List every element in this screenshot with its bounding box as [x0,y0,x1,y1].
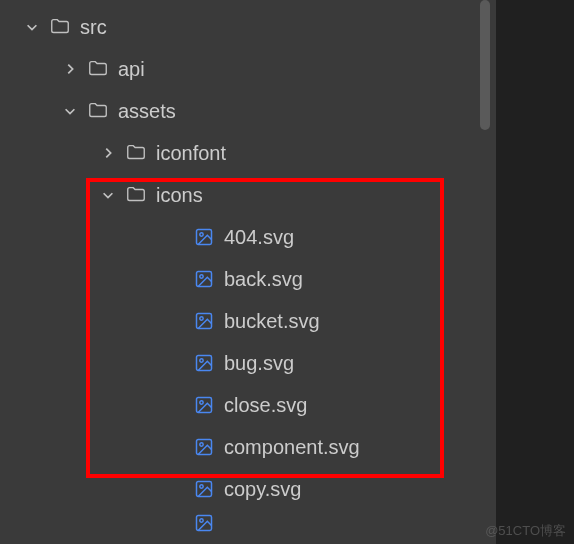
chevron-right-icon[interactable] [94,146,122,160]
chevron-down-icon[interactable] [18,20,46,34]
tree-file-partial[interactable] [0,510,496,536]
svg-point-11 [200,443,203,446]
tree-file-component[interactable]: component.svg [0,426,496,468]
image-file-icon [190,269,218,289]
tree-file-404[interactable]: 404.svg [0,216,496,258]
folder-label: iconfont [156,142,226,165]
svg-point-1 [200,233,203,236]
folder-label: api [118,58,145,81]
watermark: @51CTO博客 [485,522,566,540]
image-file-icon [190,227,218,247]
folder-label: icons [156,184,203,207]
folder-icon [84,100,112,122]
tree-folder-api[interactable]: api [0,48,496,90]
folder-icon [122,142,150,164]
tree-file-back[interactable]: back.svg [0,258,496,300]
folder-icon [46,16,74,38]
tree-file-close[interactable]: close.svg [0,384,496,426]
file-label: close.svg [224,394,307,417]
scrollbar-thumb[interactable] [480,0,490,130]
tree-file-bucket[interactable]: bucket.svg [0,300,496,342]
image-file-icon [190,513,218,533]
image-file-icon [190,311,218,331]
folder-label: assets [118,100,176,123]
file-label: back.svg [224,268,303,291]
file-label: 404.svg [224,226,294,249]
chevron-down-icon[interactable] [56,104,84,118]
svg-point-7 [200,359,203,362]
tree-file-copy[interactable]: copy.svg [0,468,496,510]
svg-point-5 [200,317,203,320]
tree-file-bug[interactable]: bug.svg [0,342,496,384]
folder-icon [84,58,112,80]
tree-folder-iconfont[interactable]: iconfont [0,132,496,174]
image-file-icon [190,395,218,415]
file-label: bug.svg [224,352,294,375]
tree-folder-src[interactable]: src [0,6,496,48]
image-file-icon [190,353,218,373]
file-label: component.svg [224,436,360,459]
folder-label: src [80,16,107,39]
file-label: copy.svg [224,478,301,501]
folder-icon [122,184,150,206]
svg-point-15 [200,519,203,522]
chevron-down-icon[interactable] [94,188,122,202]
file-label: bucket.svg [224,310,320,333]
svg-point-3 [200,275,203,278]
image-file-icon [190,437,218,457]
chevron-right-icon[interactable] [56,62,84,76]
image-file-icon [190,479,218,499]
svg-point-9 [200,401,203,404]
tree-folder-assets[interactable]: assets [0,90,496,132]
editor-pane [496,0,574,544]
file-explorer[interactable]: src api assets iconfont [0,0,496,544]
svg-point-13 [200,485,203,488]
tree-folder-icons[interactable]: icons [0,174,496,216]
